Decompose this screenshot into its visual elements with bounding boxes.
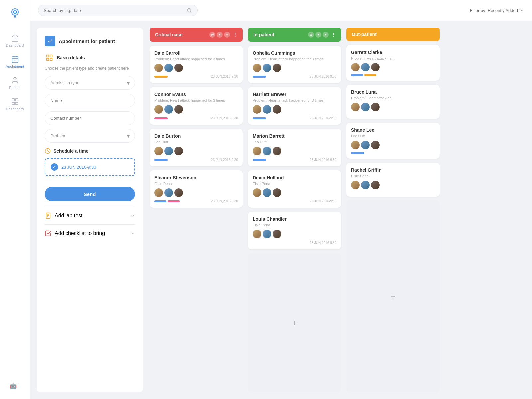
card-footer: 23 JUN,2016-9:30	[253, 241, 336, 245]
kanban-card[interactable]: Bruce LunaProblem: Heart attack ha...	[346, 85, 440, 119]
avatar	[351, 103, 360, 111]
kanban-card[interactable]: Harriett BrewerProblem: Heart attack hap…	[248, 87, 341, 125]
card-avatars	[351, 63, 435, 71]
avatar	[263, 105, 271, 114]
add-checklist-left: Add checklist to bring	[45, 230, 105, 237]
kanban-card[interactable]: Ophelia CummingsProblem: Heart attack ha…	[248, 46, 341, 83]
avatar	[164, 64, 173, 72]
avatar	[154, 64, 163, 72]
col-title-inpatient: In-patient	[253, 32, 274, 37]
card-avatars	[351, 141, 435, 149]
scheduled-date: 23 JUN,2016-9:30	[61, 165, 96, 170]
col-dot-critical-2: ●	[224, 32, 230, 38]
schedule-box[interactable]: ✓ 23 JUN,2016-9:30	[45, 158, 135, 176]
kanban-card[interactable]: Marion BarrettLeo Huff23 JUN,2016-9:30	[248, 129, 341, 166]
kanban-card[interactable]: Rachel GriffinElsie Pena	[346, 163, 440, 197]
avatar	[164, 147, 173, 155]
basic-details-title: Basic details	[57, 55, 85, 60]
chevron-down-icon-lab	[130, 213, 135, 218]
card-sub-name: Elsie Pena	[154, 182, 238, 186]
card-avatars	[154, 188, 238, 197]
card-patient-name: Eleanor Stevenson	[154, 175, 238, 180]
filter-label-text: Filter by: Recently Added	[470, 8, 518, 13]
avatar	[371, 103, 380, 111]
kanban-card[interactable]: Louis ChandlerElsie Pena23 JUN,2016-9:30	[248, 212, 341, 249]
card-progress-bars	[253, 76, 266, 78]
kanban-col-outpatient: Out-patientGarrett ClarkeProblem: Heart …	[346, 28, 440, 392]
col-more-critical[interactable]: ⋮	[233, 32, 237, 37]
kanban-card[interactable]: Garrett ClarkeProblem: Heart attack ha..…	[346, 45, 440, 81]
sidebar-item-patient[interactable]: Patient	[0, 72, 30, 94]
search-icon	[187, 8, 192, 13]
kanban-card[interactable]: Dale CarrollProblem: Heart attack happen…	[150, 46, 243, 83]
card-footer: 23 JUN,2016-9:30	[154, 116, 238, 120]
card-progress-bars	[351, 74, 376, 76]
avatar	[263, 147, 271, 155]
card-date: 23 JUN,2016-9:30	[310, 158, 336, 162]
avatar	[174, 188, 183, 197]
filter-dropdown[interactable]: Filter by: Recently Added	[470, 8, 524, 13]
app-logo	[7, 5, 23, 22]
search-bar[interactable]	[38, 5, 198, 16]
sidebar: Dashboard Apointment Patient Dashboard 🤖	[0, 0, 30, 399]
checklist-icon	[45, 230, 51, 237]
progress-bar	[253, 117, 266, 119]
card-avatars	[253, 188, 336, 197]
col-dot-inpatient-0: W	[308, 32, 314, 38]
search-input[interactable]	[44, 8, 184, 13]
add-checklist-label: Add checklist to bring	[55, 230, 105, 236]
kanban-card[interactable]: Shane LeeLeo Huff	[346, 123, 440, 159]
card-sub-name: Elsie Pena	[253, 182, 336, 186]
progress-bar	[364, 74, 376, 76]
card-patient-name: Ophelia Cummings	[253, 50, 336, 56]
progress-bar	[253, 159, 266, 161]
name-field	[45, 94, 135, 107]
schedule-check-icon: ✓	[51, 163, 58, 171]
kanban-card[interactable]: Dale BurtonLeo Huff23 JUN,2016-9:30	[150, 129, 243, 166]
panel-title: Appointment for patient	[59, 38, 115, 44]
problem-select[interactable]: Problem Heart Attack Stroke	[45, 129, 135, 143]
avatar	[263, 230, 271, 238]
main-area: Filter by: Recently Added Appointment fo…	[30, 0, 532, 399]
card-date: 23 JUN,2016-9:30	[310, 75, 336, 78]
admission-type-select[interactable]: Admission type Emergency Scheduled	[45, 76, 135, 90]
add-checklist-section[interactable]: Add checklist to bring	[45, 224, 135, 242]
avatar	[371, 63, 380, 71]
contact-input[interactable]	[45, 111, 135, 125]
card-problem: Problem: Heart attack happened for 3 tim…	[253, 98, 336, 102]
avatar	[351, 181, 360, 189]
card-date: 23 JUN,2016-9:30	[211, 158, 238, 162]
name-input[interactable]	[45, 94, 135, 107]
sidebar-item-dashboard2[interactable]: Dashboard	[0, 94, 30, 115]
avatar	[371, 181, 380, 189]
android-icon[interactable]: 🤖	[9, 382, 17, 390]
card-patient-name: Dale Burton	[154, 133, 238, 139]
avatar	[164, 188, 173, 197]
card-footer: 23 JUN,2016-9:30	[253, 116, 336, 120]
card-date: 23 JUN,2016-9:30	[211, 75, 238, 78]
kanban-card[interactable]: Eleanor StevensonElsie Pena23 JUN,2016-9…	[150, 170, 243, 208]
add-card-button[interactable]: +	[248, 253, 341, 392]
contact-field	[45, 111, 135, 125]
sidebar-item-appointment[interactable]: Apointment	[0, 51, 30, 72]
card-footer: 23 JUN,2016-9:30	[154, 200, 238, 203]
progress-bar	[154, 200, 166, 202]
col-more-inpatient[interactable]: ⋮	[331, 32, 336, 37]
svg-point-11	[14, 77, 16, 80]
admission-type-wrapper: Admission type Emergency Scheduled	[45, 76, 135, 90]
add-lab-test-section[interactable]: Add lab test	[45, 207, 135, 224]
svg-rect-18	[47, 55, 49, 57]
send-button[interactable]: Send	[45, 187, 135, 201]
kanban-card[interactable]: Connor EvansProblem: Heart attack happen…	[150, 87, 243, 125]
sidebar-item-dashboard[interactable]: Dashboard	[0, 30, 30, 51]
svg-rect-20	[47, 58, 49, 60]
avatar	[273, 230, 281, 238]
clock-icon	[45, 148, 51, 154]
add-card-button[interactable]: +	[346, 200, 440, 392]
sidebar-item-patient-label: Patient	[9, 86, 20, 90]
card-patient-name: Garrett Clarke	[351, 50, 435, 55]
panel-header: Appointment for patient	[45, 36, 135, 46]
avatar	[154, 188, 163, 197]
kanban-card[interactable]: Devin HollandElsie Pena23 JUN,2016-9:30	[248, 170, 341, 208]
card-sub-name: Elsie Pena	[351, 174, 435, 178]
